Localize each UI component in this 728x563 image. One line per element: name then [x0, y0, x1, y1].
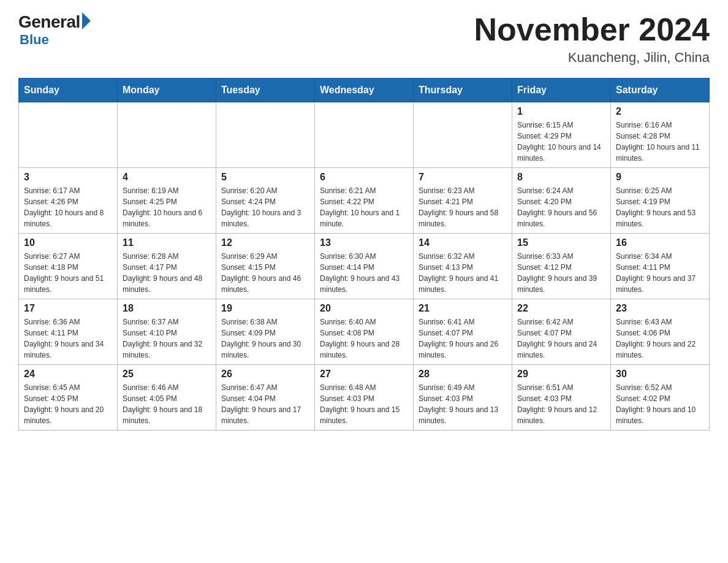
day-number: 7 [419, 172, 507, 183]
day-info: Sunrise: 6:41 AMSunset: 4:07 PMDaylight:… [419, 316, 507, 361]
calendar-cell: 16Sunrise: 6:34 AMSunset: 4:11 PMDayligh… [611, 234, 710, 299]
day-number: 5 [221, 172, 309, 183]
calendar-cell: 19Sunrise: 6:38 AMSunset: 4:09 PMDayligh… [216, 299, 315, 365]
day-info: Sunrise: 6:21 AMSunset: 4:22 PMDaylight:… [320, 185, 408, 229]
day-info: Sunrise: 6:40 AMSunset: 4:08 PMDaylight:… [320, 316, 408, 361]
day-number: 18 [123, 303, 211, 314]
day-info: Sunrise: 6:51 AMSunset: 4:03 PMDaylight:… [517, 382, 605, 426]
col-header-friday: Friday [512, 79, 611, 102]
calendar-cell: 9Sunrise: 6:25 AMSunset: 4:19 PMDaylight… [611, 168, 710, 234]
week-row-1: 1Sunrise: 6:15 AMSunset: 4:29 PMDaylight… [19, 102, 710, 168]
day-info: Sunrise: 6:15 AMSunset: 4:29 PMDaylight:… [517, 120, 605, 164]
location-subtitle: Kuancheng, Jilin, China [474, 50, 710, 66]
day-number: 20 [320, 303, 408, 314]
week-row-5: 24Sunrise: 6:45 AMSunset: 4:05 PMDayligh… [19, 365, 710, 431]
col-header-monday: Monday [118, 79, 216, 102]
day-info: Sunrise: 6:16 AMSunset: 4:28 PMDaylight:… [616, 120, 704, 164]
day-info: Sunrise: 6:24 AMSunset: 4:20 PMDaylight:… [517, 185, 605, 229]
calendar-cell: 3Sunrise: 6:17 AMSunset: 4:26 PMDaylight… [19, 168, 118, 234]
week-row-3: 10Sunrise: 6:27 AMSunset: 4:18 PMDayligh… [19, 234, 710, 299]
day-info: Sunrise: 6:29 AMSunset: 4:15 PMDaylight:… [221, 251, 309, 295]
calendar-cell [414, 102, 512, 168]
calendar-cell: 17Sunrise: 6:36 AMSunset: 4:11 PMDayligh… [19, 299, 118, 365]
calendar-cell: 30Sunrise: 6:52 AMSunset: 4:02 PMDayligh… [611, 365, 710, 431]
page-header: General Blue November 2024 Kuancheng, Ji… [18, 12, 710, 66]
calendar-cell: 22Sunrise: 6:42 AMSunset: 4:07 PMDayligh… [512, 299, 611, 365]
calendar-cell: 29Sunrise: 6:51 AMSunset: 4:03 PMDayligh… [512, 365, 611, 431]
calendar-cell: 5Sunrise: 6:20 AMSunset: 4:24 PMDaylight… [216, 168, 315, 234]
day-number: 14 [419, 237, 507, 248]
calendar-cell: 15Sunrise: 6:33 AMSunset: 4:12 PMDayligh… [512, 234, 611, 299]
day-number: 15 [517, 237, 605, 248]
calendar-cell: 18Sunrise: 6:37 AMSunset: 4:10 PMDayligh… [118, 299, 216, 365]
day-info: Sunrise: 6:49 AMSunset: 4:03 PMDaylight:… [419, 382, 507, 426]
calendar-table: SundayMondayTuesdayWednesdayThursdayFrid… [18, 78, 710, 431]
col-header-wednesday: Wednesday [315, 79, 414, 102]
day-number: 13 [320, 237, 408, 248]
month-year-title: November 2024 [474, 12, 710, 47]
day-number: 27 [320, 369, 408, 380]
day-info: Sunrise: 6:37 AMSunset: 4:10 PMDaylight:… [123, 316, 211, 361]
day-number: 12 [221, 237, 309, 248]
logo-blue-bottom: Blue [20, 32, 49, 48]
calendar-header-row: SundayMondayTuesdayWednesdayThursdayFrid… [19, 79, 710, 102]
day-info: Sunrise: 6:32 AMSunset: 4:13 PMDaylight:… [419, 251, 507, 295]
day-number: 23 [616, 303, 704, 314]
day-info: Sunrise: 6:25 AMSunset: 4:19 PMDaylight:… [616, 185, 704, 229]
logo-general-text: General [18, 12, 80, 32]
calendar-cell: 4Sunrise: 6:19 AMSunset: 4:25 PMDaylight… [118, 168, 216, 234]
day-info: Sunrise: 6:38 AMSunset: 4:09 PMDaylight:… [221, 316, 309, 361]
calendar-cell: 7Sunrise: 6:23 AMSunset: 4:21 PMDaylight… [414, 168, 512, 234]
day-info: Sunrise: 6:52 AMSunset: 4:02 PMDaylight:… [616, 382, 704, 426]
calendar-cell [315, 102, 414, 168]
col-header-thursday: Thursday [414, 79, 512, 102]
logo: General Blue [18, 12, 92, 48]
calendar-cell: 28Sunrise: 6:49 AMSunset: 4:03 PMDayligh… [414, 365, 512, 431]
day-number: 4 [123, 172, 211, 183]
day-number: 21 [419, 303, 507, 314]
day-info: Sunrise: 6:46 AMSunset: 4:05 PMDaylight:… [123, 382, 211, 426]
day-number: 16 [616, 237, 704, 248]
day-info: Sunrise: 6:34 AMSunset: 4:11 PMDaylight:… [616, 251, 704, 295]
calendar-cell: 8Sunrise: 6:24 AMSunset: 4:20 PMDaylight… [512, 168, 611, 234]
calendar-cell: 26Sunrise: 6:47 AMSunset: 4:04 PMDayligh… [216, 365, 315, 431]
calendar-cell: 27Sunrise: 6:48 AMSunset: 4:03 PMDayligh… [315, 365, 414, 431]
day-number: 17 [24, 303, 112, 314]
day-info: Sunrise: 6:19 AMSunset: 4:25 PMDaylight:… [123, 185, 211, 229]
calendar-cell: 1Sunrise: 6:15 AMSunset: 4:29 PMDaylight… [512, 102, 611, 168]
day-number: 22 [517, 303, 605, 314]
day-number: 28 [419, 369, 507, 380]
day-number: 26 [221, 369, 309, 380]
calendar-cell: 20Sunrise: 6:40 AMSunset: 4:08 PMDayligh… [315, 299, 414, 365]
day-number: 1 [517, 106, 605, 117]
col-header-saturday: Saturday [611, 79, 710, 102]
title-block: November 2024 Kuancheng, Jilin, China [474, 12, 710, 66]
calendar-cell: 13Sunrise: 6:30 AMSunset: 4:14 PMDayligh… [315, 234, 414, 299]
calendar-cell: 24Sunrise: 6:45 AMSunset: 4:05 PMDayligh… [19, 365, 118, 431]
day-info: Sunrise: 6:28 AMSunset: 4:17 PMDaylight:… [123, 251, 211, 295]
day-info: Sunrise: 6:47 AMSunset: 4:04 PMDaylight:… [221, 382, 309, 426]
day-number: 24 [24, 369, 112, 380]
calendar-cell: 10Sunrise: 6:27 AMSunset: 4:18 PMDayligh… [19, 234, 118, 299]
calendar-cell: 12Sunrise: 6:29 AMSunset: 4:15 PMDayligh… [216, 234, 315, 299]
calendar-cell: 21Sunrise: 6:41 AMSunset: 4:07 PMDayligh… [414, 299, 512, 365]
day-number: 30 [616, 369, 704, 380]
day-info: Sunrise: 6:27 AMSunset: 4:18 PMDaylight:… [24, 251, 112, 295]
calendar-cell [216, 102, 315, 168]
col-header-sunday: Sunday [19, 79, 118, 102]
day-number: 3 [24, 172, 112, 183]
day-number: 10 [24, 237, 112, 248]
calendar-cell: 23Sunrise: 6:43 AMSunset: 4:06 PMDayligh… [611, 299, 710, 365]
day-info: Sunrise: 6:17 AMSunset: 4:26 PMDaylight:… [24, 185, 112, 229]
day-info: Sunrise: 6:43 AMSunset: 4:06 PMDaylight:… [616, 316, 704, 361]
day-number: 29 [517, 369, 605, 380]
day-info: Sunrise: 6:20 AMSunset: 4:24 PMDaylight:… [221, 185, 309, 229]
day-info: Sunrise: 6:45 AMSunset: 4:05 PMDaylight:… [24, 382, 112, 426]
logo-triangle-icon [82, 12, 91, 29]
day-info: Sunrise: 6:33 AMSunset: 4:12 PMDaylight:… [517, 251, 605, 295]
day-number: 8 [517, 172, 605, 183]
day-info: Sunrise: 6:42 AMSunset: 4:07 PMDaylight:… [517, 316, 605, 361]
day-number: 6 [320, 172, 408, 183]
calendar-cell: 25Sunrise: 6:46 AMSunset: 4:05 PMDayligh… [118, 365, 216, 431]
day-number: 19 [221, 303, 309, 314]
